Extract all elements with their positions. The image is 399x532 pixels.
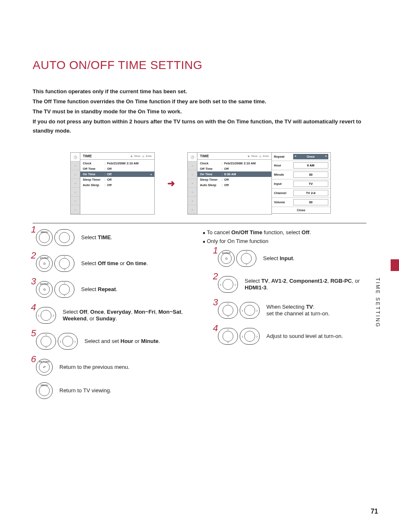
menu-icon: ▫ bbox=[188, 205, 197, 214]
step-number: 2 bbox=[213, 271, 218, 282]
return-button-icon: RETURN↶ bbox=[36, 359, 53, 376]
updown-icon bbox=[236, 250, 256, 267]
page-number: 71 bbox=[371, 508, 378, 515]
clock-icon: ◷ bbox=[188, 153, 197, 161]
intro-line-1: This function operates only if the curre… bbox=[33, 87, 366, 96]
updown-icon bbox=[54, 281, 74, 298]
osd-panel-before: ◷ ▫ ▫ ▫ ▫ ▫ ▫ TIME ✥ Move ⊙ Enter Clock:… bbox=[70, 152, 155, 215]
menu-icon: ▫ bbox=[188, 188, 197, 197]
step-number: 1 bbox=[31, 224, 36, 235]
leftright-icon bbox=[240, 302, 260, 319]
menu-icon: ▫ bbox=[71, 170, 80, 179]
enter-button-icon: ENTER⊙ bbox=[36, 281, 53, 298]
step-number: 1 bbox=[213, 245, 218, 256]
steps-right: ■To cancel On/Off Time function, select … bbox=[203, 229, 366, 354]
intro-text: This function operates only if the curre… bbox=[33, 87, 366, 136]
intro-line-4: If you do not press any button within 2 … bbox=[33, 117, 366, 136]
osd-sidebar: ◷ ▫ ▫ ▫ ▫ ▫ ▫ bbox=[188, 153, 197, 214]
osd-subpanel: RepeatOnce Hour6 AM Minute30 InputTV Cha… bbox=[271, 152, 331, 214]
step-number: 6 bbox=[31, 354, 36, 365]
menu-icon: ▫ bbox=[188, 161, 197, 170]
menu-icon: ▫ bbox=[71, 188, 80, 197]
step-number: 3 bbox=[31, 276, 36, 287]
enter-button-icon: ENTER⊙ bbox=[218, 250, 235, 267]
leftright-icon bbox=[218, 276, 238, 293]
bullet-1: ■To cancel On/Off Time function, select … bbox=[203, 229, 366, 235]
menu-icon: ▫ bbox=[188, 179, 197, 188]
dpad-icon bbox=[54, 229, 74, 246]
updown-icon bbox=[218, 328, 238, 345]
osd-title: TIME bbox=[83, 154, 92, 158]
arrow-right-icon: ➜ bbox=[167, 178, 175, 189]
menu-icon: ▫ bbox=[71, 179, 80, 188]
leftright-icon bbox=[240, 328, 260, 345]
step-number: 3 bbox=[213, 297, 218, 308]
osd-panel-after: ◷ ▫ ▫ ▫ ▫ ▫ ▫ TIME ✥ Move ⊙ Enter Clock:… bbox=[187, 152, 272, 215]
bullet-2: ■Only for On Time function bbox=[203, 238, 366, 244]
menu-icon: ▫ bbox=[71, 205, 80, 214]
updown-icon bbox=[218, 302, 238, 319]
divider bbox=[33, 223, 366, 223]
menu-icon: ▫ bbox=[188, 170, 197, 179]
enter-button-icon: ENTER⊙ bbox=[36, 255, 53, 272]
osd-screenshots: ◷ ▫ ▫ ▫ ▫ ▫ ▫ TIME ✥ Move ⊙ Enter Clock:… bbox=[70, 152, 366, 215]
menu-button-icon: MENU bbox=[36, 229, 53, 246]
intro-line-3: The TV must be in standby mode for the O… bbox=[33, 107, 366, 116]
step-number: 2 bbox=[31, 250, 36, 261]
menu-icon: ▫ bbox=[71, 197, 80, 205]
step-number: 4 bbox=[31, 302, 36, 313]
osd-sidebar: ◷ ▫ ▫ ▫ ▫ ▫ ▫ bbox=[71, 153, 80, 214]
menu-icon: ▫ bbox=[188, 197, 197, 205]
menu-icon: ▫ bbox=[71, 161, 80, 170]
updown-icon bbox=[36, 333, 56, 350]
leftright-icon bbox=[58, 333, 78, 350]
side-tab-color bbox=[391, 259, 399, 271]
clock-icon: ◷ bbox=[71, 153, 80, 161]
intro-line-2: The Off Time function overrides the On T… bbox=[33, 97, 366, 106]
menu-button-icon: MENU bbox=[36, 382, 53, 399]
side-tab-label: TIME SETTING bbox=[375, 278, 381, 328]
leftright-icon bbox=[36, 307, 56, 324]
step-number: 5 bbox=[31, 328, 36, 339]
steps-left: 1 MENU Select TIME. 2 ENTER⊙ Select Off … bbox=[33, 229, 196, 408]
updown-icon bbox=[54, 255, 74, 272]
step-number: 4 bbox=[213, 323, 218, 334]
page-title: AUTO ON/OFF TIME SETTING bbox=[33, 59, 366, 72]
osd-title: TIME bbox=[200, 154, 209, 158]
